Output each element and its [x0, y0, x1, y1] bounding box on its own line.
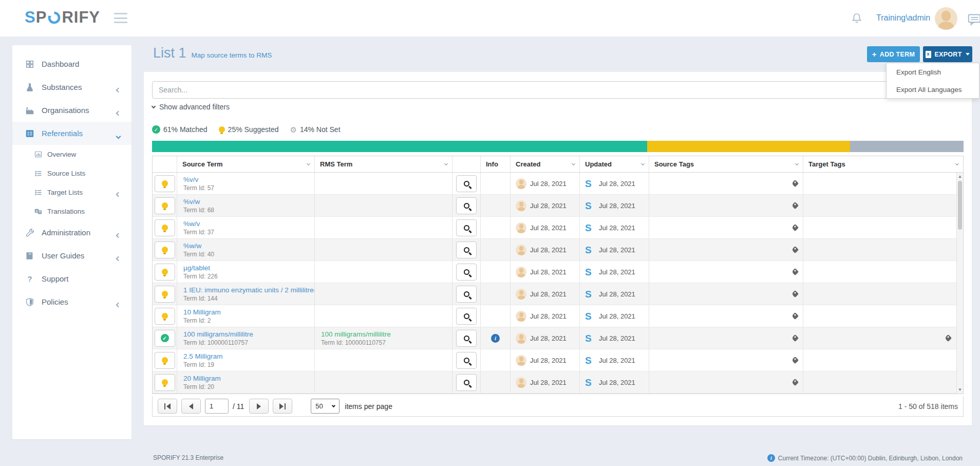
- export-all-languages-item[interactable]: Export All Languages: [887, 81, 979, 98]
- preview-term-button[interactable]: [456, 286, 477, 303]
- preview-term-button[interactable]: [456, 241, 477, 258]
- term-status-button[interactable]: ✓: [155, 175, 175, 192]
- preview-term-button[interactable]: [456, 374, 477, 391]
- target-tags-cell: [803, 239, 963, 260]
- sidebar-item-support[interactable]: ? Support: [12, 267, 131, 290]
- source-tags-cell: [649, 327, 803, 349]
- info-icon[interactable]: i: [491, 334, 500, 343]
- search-input[interactable]: [152, 81, 964, 99]
- preview-term-button[interactable]: [456, 264, 477, 281]
- sporify-s-icon: S: [585, 356, 595, 365]
- term-status-button[interactable]: ✓: [155, 286, 175, 303]
- source-term-link[interactable]: %w/w: [183, 242, 201, 250]
- sidebar-item-source-lists[interactable]: Source Lists: [12, 164, 131, 183]
- source-term-link[interactable]: 10 Milligram: [183, 308, 221, 316]
- source-term-id: Term Id: 20: [183, 383, 214, 390]
- sidebar-item-overview[interactable]: Overview: [12, 145, 131, 164]
- scroll-up-icon[interactable]: ▲: [957, 174, 963, 179]
- preview-term-button[interactable]: [456, 175, 477, 192]
- next-page-button[interactable]: [249, 399, 269, 414]
- term-status-button[interactable]: ✓: [155, 219, 175, 236]
- sporify-s-icon: S: [585, 245, 595, 255]
- preview-term-button[interactable]: [456, 197, 477, 214]
- source-term-link[interactable]: 1 IEU: immuno enzymatic units / 2 millil…: [183, 286, 315, 294]
- items-range-label: 1 - 50 of 518 items: [898, 402, 958, 411]
- column-header-source-term[interactable]: Source Term: [177, 156, 315, 172]
- magnifier-icon: [464, 335, 469, 341]
- column-header-created[interactable]: Created: [511, 156, 580, 172]
- table-row: ✓ 1 IEU: immuno enzymatic units / 2 mill…: [153, 283, 963, 305]
- page-title: List 1: [153, 45, 186, 61]
- sidebar-item-dashboard[interactable]: Dashboard: [12, 52, 131, 76]
- magnifier-icon: [464, 181, 469, 187]
- term-status-button[interactable]: ✓: [155, 197, 175, 214]
- add-term-button[interactable]: +ADD TERM: [867, 46, 920, 62]
- source-term-link[interactable]: 20 Milligram: [183, 375, 221, 382]
- sidebar-item-administration[interactable]: Administration: [12, 221, 131, 244]
- rms-term-link[interactable]: 100 milligrams/millilitre: [321, 330, 391, 338]
- sidebar-item-substances[interactable]: Substances: [12, 76, 131, 99]
- column-header-blank-0: [153, 156, 177, 172]
- column-header-rms-term[interactable]: RMS Term: [315, 156, 453, 172]
- hamburger-menu-icon[interactable]: [114, 13, 127, 23]
- column-header-updated[interactable]: Updated: [580, 156, 649, 172]
- preview-term-button[interactable]: [456, 219, 477, 236]
- status-cell: ✓: [153, 173, 177, 194]
- notifications-bell-icon[interactable]: [851, 12, 863, 27]
- source-term-link[interactable]: %v/w: [183, 198, 200, 206]
- preview-term-button[interactable]: [456, 330, 477, 347]
- term-status-button[interactable]: ✓: [155, 330, 175, 347]
- show-advanced-filters-toggle[interactable]: Show advanced filters: [152, 103, 230, 111]
- last-page-button[interactable]: [273, 399, 292, 414]
- term-status-button[interactable]: ✓: [155, 241, 175, 258]
- sidebar-item-user-guides[interactable]: User Guides: [12, 244, 131, 267]
- preview-cell: [453, 217, 481, 238]
- source-term-link[interactable]: 2.5 Milligram: [183, 352, 223, 360]
- status-cell: ✓: [153, 217, 177, 238]
- page-number-input[interactable]: [205, 399, 229, 414]
- table-scrollbar[interactable]: ▲ ▼: [956, 173, 963, 394]
- updated-date: Jul 28, 2021: [599, 334, 635, 342]
- timezone-label: iCurrent Timezone: (UTC+00:00) Dublin, E…: [767, 454, 963, 462]
- sidebar-item-organisations[interactable]: Organisations: [12, 99, 131, 122]
- updated-cell: S Jul 28, 2021: [580, 261, 649, 283]
- page-size-select[interactable]: 50: [311, 399, 340, 414]
- export-button[interactable]: EXPORT: [923, 46, 972, 62]
- tag-icon: [945, 334, 952, 342]
- source-tags-cell: [649, 349, 803, 371]
- source-term-link[interactable]: 100 milligrams/millilitre: [183, 330, 253, 338]
- source-term-cell: 10 Milligram Term Id: 2: [177, 305, 315, 327]
- scrollbar-thumb[interactable]: [958, 181, 962, 230]
- sidebar-item-policies[interactable]: Policies: [12, 290, 131, 313]
- column-header-source-tags[interactable]: Source Tags: [649, 156, 803, 172]
- source-term-id: Term Id: 226: [183, 273, 218, 280]
- suggested-bulb-icon: [162, 379, 168, 385]
- preview-term-button[interactable]: [456, 308, 477, 325]
- sidebar-item-translations[interactable]: A* Translations: [12, 202, 131, 221]
- column-header-target-tags[interactable]: Target Tags: [803, 156, 963, 172]
- user-avatar[interactable]: [935, 7, 957, 30]
- source-term-id: Term Id: 19: [183, 361, 214, 368]
- suggested-bulb-icon: [162, 225, 168, 231]
- tag-icon: [791, 224, 799, 231]
- source-term-link[interactable]: %v/v: [183, 176, 198, 183]
- source-term-link[interactable]: %w/v: [183, 220, 200, 228]
- factory-icon: [25, 105, 35, 116]
- previous-page-button[interactable]: [181, 399, 201, 414]
- sidebar-item-target-lists[interactable]: Target Lists: [12, 183, 131, 202]
- chat-icon[interactable]: [968, 13, 980, 28]
- current-user[interactable]: Training\admin: [876, 13, 930, 23]
- sidebar-item-referentials[interactable]: Referentials: [12, 122, 131, 145]
- term-status-button[interactable]: ✓: [155, 264, 175, 281]
- term-status-button[interactable]: ✓: [155, 352, 175, 369]
- export-english-item[interactable]: Export English: [887, 63, 979, 81]
- source-term-id: Term Id: 57: [183, 184, 214, 192]
- term-status-button[interactable]: ✓: [155, 374, 175, 391]
- scroll-down-icon[interactable]: ▼: [957, 387, 963, 392]
- preview-term-button[interactable]: [456, 352, 477, 369]
- info-cell: i: [481, 261, 511, 283]
- column-header-info: Info: [481, 156, 511, 172]
- first-page-button[interactable]: [158, 399, 177, 414]
- source-term-link[interactable]: µg/tablet: [183, 264, 210, 272]
- term-status-button[interactable]: ✓: [155, 308, 175, 325]
